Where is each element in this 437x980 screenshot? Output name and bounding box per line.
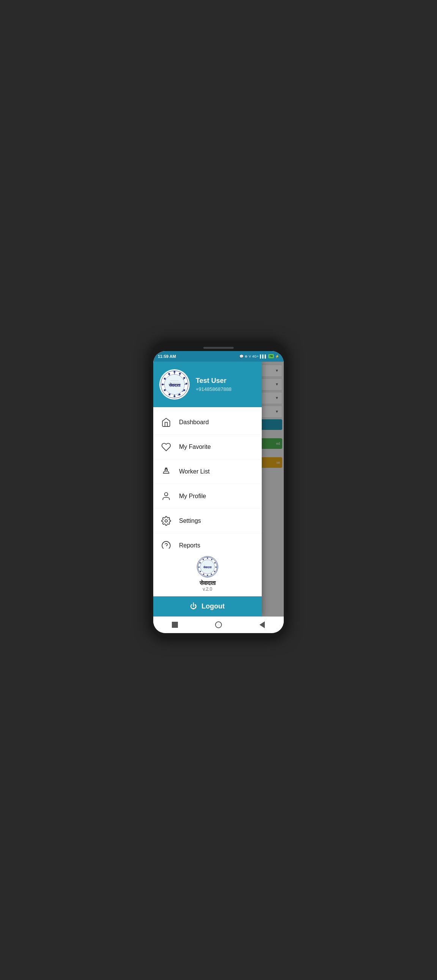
svg-point-49 [207, 574, 208, 576]
svg-point-11 [179, 393, 180, 395]
svg-text:सेवादाता: सेवादाता [168, 382, 181, 387]
svg-point-52 [198, 566, 199, 568]
svg-point-3 [179, 373, 181, 375]
svg-point-19 [162, 383, 164, 385]
worker-list-label: Worker List [179, 468, 210, 475]
logout-label: Logout [201, 602, 225, 610]
svg-point-51 [200, 571, 201, 572]
back-button[interactable] [257, 619, 268, 630]
drawer-footer-brand: सेवादाता सेवादाता v.2.0 [153, 549, 262, 597]
vpn-icon: V [249, 355, 251, 358]
brand-name: सेवादाता [199, 580, 215, 587]
svg-point-34 [165, 519, 167, 522]
bottom-navigation [153, 616, 284, 633]
svg-point-5 [183, 377, 185, 379]
power-icon: ⏻ [190, 602, 197, 610]
user-info: Test User +914858687888 [196, 377, 231, 392]
worker-icon [161, 466, 171, 477]
phone-notch [203, 347, 234, 349]
svg-point-47 [214, 571, 215, 572]
svg-point-17 [164, 389, 166, 391]
menu-item-worker-list[interactable]: Worker List [153, 460, 262, 484]
battery-icon: 78 [268, 354, 274, 358]
svg-point-1 [174, 371, 175, 373]
status-bar: 11:59 AM 💬 ⊕ V 4G+ ▌▌▌ 78 ⚡ [153, 351, 284, 362]
menu-item-reports[interactable]: Reports [153, 533, 262, 549]
person-icon [161, 491, 171, 501]
square-icon [172, 622, 178, 628]
recent-apps-button[interactable] [169, 619, 180, 630]
status-time: 11:59 AM [158, 354, 176, 359]
gear-icon [161, 515, 171, 526]
menu-item-my-favorite[interactable]: My Favorite [153, 435, 262, 460]
svg-point-43 [207, 557, 208, 558]
svg-point-53 [199, 562, 201, 563]
svg-point-9 [183, 389, 185, 391]
svg-text:सेवादाता: सेवादाता [203, 565, 212, 569]
drawer-menu: Dashboard My Favorite [153, 407, 262, 549]
drawer-header: सेवादाता Test User +914858687888 [153, 362, 262, 407]
main-content: ▼ ▼ ▼ ▼ dore ed dore se [153, 362, 284, 616]
svg-point-46 [215, 566, 216, 568]
menu-item-dashboard[interactable]: Dashboard [153, 410, 262, 435]
brand-logo-small: सेवादाता [197, 556, 218, 578]
my-favorite-label: My Favorite [179, 444, 211, 450]
svg-point-45 [214, 562, 215, 563]
home-icon [161, 417, 171, 428]
lte-icon: 4G+ [252, 355, 259, 358]
phone-frame: 11:59 AM 💬 ⊕ V 4G+ ▌▌▌ 78 ⚡ ▼ ▼ [150, 342, 287, 638]
settings-label: Settings [179, 517, 201, 524]
menu-item-my-profile[interactable]: My Profile [153, 484, 262, 509]
signal-icon: ▌▌▌ [260, 355, 267, 358]
app-logo: सेवादाता [159, 369, 190, 399]
user-name: Test User [196, 377, 231, 385]
overlay[interactable] [262, 362, 284, 616]
svg-point-33 [164, 492, 168, 496]
status-icons: 💬 ⊕ V 4G+ ▌▌▌ 78 ⚡ [239, 354, 279, 358]
svg-point-44 [211, 559, 212, 560]
back-icon [260, 621, 265, 628]
question-circle-icon [161, 540, 171, 549]
svg-point-7 [185, 382, 187, 384]
network-icon: ⊕ [245, 355, 248, 358]
home-button[interactable] [213, 619, 224, 630]
navigation-drawer: सेवादाता Test User +914858687888 [153, 362, 262, 616]
heart-icon [161, 442, 171, 452]
logout-button[interactable]: ⏻ Logout [153, 597, 262, 616]
svg-point-50 [203, 573, 204, 574]
reports-label: Reports [179, 542, 200, 549]
my-profile-label: My Profile [179, 493, 206, 500]
brand-version: v.2.0 [203, 587, 212, 592]
whatsapp-icon: 💬 [239, 355, 244, 358]
user-phone: +914858687888 [196, 386, 231, 392]
svg-point-13 [174, 395, 175, 397]
phone-screen: 11:59 AM 💬 ⊕ V 4G+ ▌▌▌ 78 ⚡ ▼ ▼ [153, 351, 284, 633]
svg-point-54 [203, 559, 204, 560]
svg-point-23 [168, 373, 170, 375]
dashboard-label: Dashboard [179, 419, 209, 426]
charging-icon: ⚡ [275, 355, 279, 358]
svg-point-48 [211, 573, 212, 574]
circle-icon [215, 621, 222, 628]
menu-item-settings[interactable]: Settings [153, 509, 262, 533]
